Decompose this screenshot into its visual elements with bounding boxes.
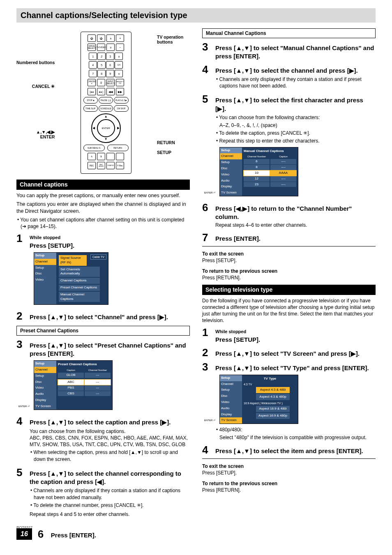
callout-cancel: CANCEL ✳	[32, 84, 55, 89]
menu4-item-6: TV Screen	[220, 417, 242, 424]
step-3: 3 Press [▲,▼] to select "Preset Channel …	[16, 339, 190, 412]
menu3-head-r: Caption	[270, 154, 296, 159]
menu4-opt1-1: Aspect 4:3 & 480p	[256, 394, 290, 400]
exit-body-2: Press [SETUP].	[202, 470, 376, 476]
menu1-header: Setup	[34, 253, 56, 259]
menu3-item-0: Channel	[220, 153, 242, 159]
exit-body: Press [SETUP].	[202, 257, 376, 264]
step4-bul: • When selecting the caption, press and …	[30, 449, 190, 462]
vol-up-button: +	[116, 35, 124, 42]
menu4-grp1: 4:3 TV	[244, 382, 296, 386]
menu2-r1c1	[85, 378, 111, 379]
exit-head: To exit the screen	[202, 251, 376, 257]
r-step7-instr: Press [ENTER].	[215, 235, 376, 243]
menu1-right-label: Cable TV	[90, 254, 106, 260]
key-7: 7	[89, 70, 97, 77]
menu2-item-6: TV Screen	[34, 403, 56, 410]
menu4-title: TV Type	[244, 377, 296, 381]
page-title: Channel captions/Selecting television ty…	[16, 8, 376, 23]
step4-instr: Press [▲,▼] to select the caption and pr…	[30, 418, 190, 426]
callout-enter: ▲,▼,◀,▶ ENTER	[36, 130, 55, 139]
menu-tv-type: Setup Channel Setup Disc Video Audio Dis…	[219, 375, 298, 424]
prev-body-2: Press [RETURN].	[202, 487, 376, 493]
tv-step3-bul1b: Select "480p" if the television is compa…	[215, 434, 376, 441]
menu2-r2c1: ---	[85, 380, 111, 385]
dpad: ENTER ▲ ▼ ◀ ▶	[91, 113, 121, 143]
rew-button: ◀◀	[106, 88, 115, 95]
left-arrow-icon: ◀	[92, 126, 95, 131]
r-step5-bul1b: A–Z, 0–9, -, &, !, /, (space)	[215, 122, 376, 129]
intro-bullet: • You can set channel captions after cha…	[16, 216, 190, 230]
section-channel-captions: Channel captions	[16, 180, 190, 190]
menu4-item-3: Video	[220, 399, 242, 405]
return-button: RETURN	[107, 145, 129, 151]
remote-diagram: Numbered buttons CANCEL ✳ ▲,▼,◀,▶ ENTER …	[16, 32, 190, 174]
r-step3-instr: Press [▲,▼] to select "Manual Channel Ca…	[215, 44, 376, 61]
step-5: 5 Press [▲,▼] to select the channel corr…	[16, 467, 190, 518]
menu2-item-2: Disc	[34, 379, 56, 385]
r-step-3: 3 Press [▲,▼] to select "Manual Channel …	[202, 41, 376, 61]
audio-button: A	[88, 153, 96, 160]
ch-down-button: ∨	[106, 44, 115, 51]
manual-sub-heading: Manual Channel Captions	[202, 28, 376, 38]
tv-step4-instr: Press [▲,▼] to select the item and press…	[215, 447, 376, 455]
r-step-5: 5 Press [▲,▼] to select the first charac…	[202, 94, 376, 199]
recmode-button: REC MODE	[97, 162, 105, 169]
r-step5-bul3: • Repeat this step to enter the other ch…	[215, 138, 376, 144]
menu3-item-2: Disc	[220, 166, 242, 172]
menu3-r0c1: ----	[270, 159, 296, 164]
step5-bul2: • To delete the channel number, press [C…	[30, 502, 190, 509]
step1-small: While stopped	[30, 235, 190, 241]
frec-button: F Rec	[116, 162, 124, 169]
dvd-power-button: ⏻	[88, 35, 96, 42]
menu3-head-l: Channel Number	[244, 154, 270, 159]
step-1: 1 While stopped Press [SETUP]. Setup Cha…	[16, 233, 190, 307]
key-3: 3	[106, 53, 114, 60]
create-chapter-button	[106, 153, 115, 160]
r-step5-bul1: • You can choose from the following char…	[215, 114, 376, 121]
vol-down-button: −	[116, 44, 124, 51]
prev-head: To return to the previous screen	[202, 268, 376, 274]
menu2-head-r: Channel Number	[85, 368, 111, 372]
r-step-7: 7 Press [ENTER].	[202, 232, 376, 243]
menu4-item-0: Channel	[220, 381, 242, 387]
tv-step3-bul1: • 480p/480i:	[215, 426, 376, 433]
menu3-header: Setup	[220, 147, 242, 154]
callout-setup: SETUP	[157, 150, 171, 155]
menu3-item-3: Video	[220, 172, 242, 178]
menu2-item-3: Video	[34, 385, 56, 391]
callout-numbered: Numbered buttons	[16, 60, 55, 65]
menu1-opt-3: Manual Channel Captions	[59, 292, 100, 302]
menu2-r4c1: ---	[85, 391, 111, 396]
menu3-r2c1: AAAA	[270, 170, 296, 176]
menu-setup-channel: Setup Channel Setup Disc Video Signal So…	[34, 252, 108, 305]
menu4-opt1-0: Aspect 4:3 & 480i	[256, 387, 290, 393]
page-number: 16	[16, 528, 32, 540]
menu2-item-0: Channel	[34, 367, 56, 373]
status-button: STATUS	[106, 162, 115, 169]
tv-power-button: ⏻	[97, 35, 105, 42]
intro-text-1: You can apply the preset captions, or ma…	[16, 192, 190, 199]
menu4-opt2-1: Aspect 16:9 & 480p	[256, 413, 290, 419]
menu3-title: Manual Channel Captions	[244, 149, 296, 154]
menu3-r1c0: 8	[244, 165, 270, 170]
menu1-item-video: Video	[34, 277, 56, 283]
ch-down2-button: ∨	[115, 70, 123, 77]
r-step5-bul2: • To delete the caption, press [CANCEL ✳…	[215, 130, 376, 136]
menu3-r2c0: 10	[244, 170, 270, 176]
menu4-item-2: Disc	[220, 393, 242, 399]
menu2-item-4: Audio	[34, 391, 56, 397]
menu4-item-1: Setup	[220, 387, 242, 393]
step5-instr: Press [▲,▼] to select the channel corres…	[30, 470, 190, 486]
skip-prev-button: |◂◂	[88, 88, 96, 95]
ch-up-button: ∧	[106, 35, 115, 42]
remote-body: ⏻ ⏻ ∧ + DRIVE SELECT TV/VIDEO ∨ − 1 2 3	[81, 32, 131, 174]
tv-step1-instr: Press [SETUP].	[215, 336, 376, 344]
preset-sub-heading: Preset Channel Captions	[16, 326, 190, 336]
tv-step2-instr: Press [▲,▼] to select "TV Screen" and pr…	[215, 350, 376, 358]
tv-step1-small: While stopped	[215, 329, 376, 335]
menu3-item-4: Audio	[220, 178, 242, 184]
enter-button: ENTER	[97, 119, 115, 137]
tv-step-4: 4 Press [▲,▼] to select the item and pre…	[202, 444, 376, 455]
menu2-r3c0: PBS	[58, 385, 84, 391]
